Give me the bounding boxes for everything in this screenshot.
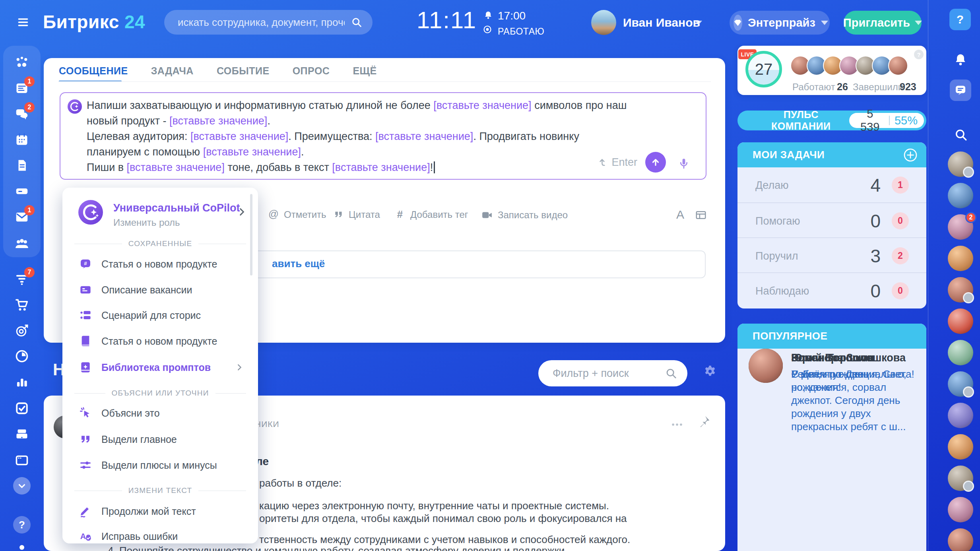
quote-button[interactable]: Цитата <box>334 209 380 220</box>
menu-item-highlight-main[interactable]: Выдели главное <box>62 431 258 448</box>
menu-item-stories-script[interactable]: Сценарий для сторис <box>62 307 258 324</box>
record-video-button[interactable]: Записать видео <box>481 209 568 221</box>
filter-search-icon[interactable] <box>665 367 677 379</box>
sidebar-item-feed[interactable]: 1 <box>13 80 31 97</box>
add-tag-button[interactable]: # Добавить тег <box>394 209 468 220</box>
contact-avatar[interactable] <box>948 371 973 397</box>
contact-avatar[interactable] <box>948 403 973 428</box>
sidebar-item-marketing[interactable] <box>13 322 31 340</box>
sliders-icon <box>78 458 93 472</box>
live-help-icon[interactable]: ? <box>914 50 924 59</box>
app-logo[interactable]: Битрикс 24 <box>43 11 145 33</box>
sidebar-item-documents[interactable] <box>13 157 31 174</box>
contact-avatar[interactable] <box>948 340 973 365</box>
contact-avatar[interactable]: 2 <box>948 214 973 240</box>
post-author[interactable]: Элеонора Золошкова <box>791 352 906 364</box>
contact-avatar[interactable] <box>948 308 973 334</box>
copilot-role-chevron-right-icon[interactable] <box>237 207 247 217</box>
add-task-button[interactable] <box>903 148 918 162</box>
composer-tab[interactable]: СООБЩЕНИЕ <box>59 65 128 77</box>
add-tag-label: Добавить тег <box>410 209 468 220</box>
composer-tab[interactable]: ЗАДАЧА <box>151 65 194 77</box>
task-row[interactable]: Делаю 4 1 <box>737 167 926 202</box>
company-pulse-bar[interactable]: ПУЛЬС КОМПАНИИ 5 539 55% <box>737 111 926 130</box>
enter-hint: Enter <box>597 156 637 169</box>
mention-button[interactable]: @ Отметить <box>268 209 326 220</box>
post-more-icon[interactable] <box>670 418 684 431</box>
post-link-text[interactable]: У меня тут День рождения! <box>791 368 915 394</box>
composer-tabs: СООБЩЕНИЕ ЗАДАЧА СОБЫТИЕ ОПРОС ЕЩЁ <box>59 62 377 80</box>
post-pin-icon[interactable] <box>697 415 711 428</box>
plan-badge[interactable]: Энтерпрайз <box>730 11 830 35</box>
sidebar-item-time[interactable] <box>13 347 31 365</box>
messenger-panel-button[interactable] <box>950 80 971 101</box>
task-row[interactable]: Поручил 3 2 <box>737 237 926 272</box>
text-format-button[interactable]: A <box>674 209 686 221</box>
prompt-text[interactable]: Напиши захватывающую и информативную ста… <box>87 98 643 175</box>
sidebar-collapse-chevron-down-icon[interactable] <box>13 477 31 495</box>
user-avatar[interactable] <box>591 10 616 35</box>
help-button[interactable]: ? <box>949 9 971 30</box>
contact-avatar[interactable] <box>948 183 973 208</box>
feed-settings-gear-icon[interactable] <box>703 364 717 378</box>
sidebar-item-profile[interactable] <box>13 541 31 551</box>
microphone-button[interactable] <box>678 157 690 169</box>
live-counter[interactable]: 27 <box>745 51 782 87</box>
sidebar-item-mail[interactable]: 1 <box>13 208 31 226</box>
work-status-label[interactable]: РАБОТАЮ <box>498 26 544 37</box>
main-menu-hamburger-icon[interactable] <box>15 16 31 29</box>
sidebar-item-drive[interactable] <box>13 182 31 200</box>
sidebar-item-automation[interactable] <box>13 426 31 443</box>
invite-button[interactable]: Пригласить <box>844 11 922 35</box>
task-count: 4 <box>849 175 881 196</box>
composer-tab[interactable]: СОБЫТИЕ <box>217 65 270 77</box>
menu-item-explain[interactable]: Объясни это <box>62 405 258 421</box>
feed-filter-input[interactable] <box>553 360 664 386</box>
menu-item-saved-article-1[interactable]: # Статья о новом продукте <box>62 256 258 272</box>
sidebar-item-copilot[interactable] <box>13 54 31 71</box>
notifications-bell-icon[interactable] <box>953 52 968 67</box>
layout-button[interactable] <box>695 209 707 221</box>
contact-avatar[interactable] <box>948 497 973 522</box>
search-icon[interactable] <box>351 17 362 28</box>
sidebar-help-button[interactable]: ? <box>13 516 31 534</box>
menu-item-fix-errors[interactable]: Ао Исправь ошибки <box>62 528 258 545</box>
contact-avatar[interactable] <box>948 151 973 177</box>
task-row[interactable]: Наблюдаю 0 0 <box>737 272 926 307</box>
copilot-change-role[interactable]: Изменить роль <box>113 217 180 228</box>
people-search-icon[interactable] <box>954 128 968 142</box>
contact-avatar[interactable] <box>948 246 973 271</box>
contact-avatar[interactable] <box>948 277 973 303</box>
task-row[interactable]: Помогаю 0 0 <box>737 202 926 237</box>
menu-item-continue-text[interactable]: Продолжи мой текст <box>62 503 258 520</box>
live-avatar[interactable] <box>888 56 908 76</box>
user-menu-chevron-down-icon[interactable] <box>695 21 702 25</box>
sidebar-item-employees[interactable] <box>13 235 31 252</box>
post-avatar[interactable] <box>749 349 783 383</box>
work-clock[interactable]: 11:11 <box>417 6 476 34</box>
contact-avatar[interactable] <box>948 528 973 551</box>
sidebar-item-sites[interactable] <box>13 452 31 469</box>
copilot-prompt-box[interactable]: Напиши захватывающую и информативную ста… <box>60 92 706 180</box>
user-name[interactable]: Иван Иванов <box>623 16 700 29</box>
sidebar-item-crm[interactable]: 7 <box>13 270 31 288</box>
menu-item-pros-cons[interactable]: Выдели плюсы и минусы <box>62 457 258 473</box>
composer-tab[interactable]: ОПРОС <box>293 65 330 77</box>
sidebar-item-messenger[interactable]: 2 <box>13 105 31 123</box>
menu-item-vacancy[interactable]: Описание вакансии <box>62 281 258 298</box>
menu-item-prompt-library[interactable]: Библиотека промптов <box>62 359 258 376</box>
global-search-input[interactable] <box>178 10 345 35</box>
sidebar-item-tasks[interactable] <box>13 400 31 417</box>
menu-item-saved-article-2[interactable]: Статья о новом продукте <box>62 333 258 349</box>
record-video-label: Записать видео <box>498 210 568 221</box>
send-button[interactable] <box>645 152 666 173</box>
contact-avatar[interactable] <box>948 466 973 491</box>
sidebar-item-bi-analytics[interactable] <box>13 373 31 391</box>
sidebar-item-shop[interactable] <box>13 296 31 314</box>
my-tasks-widget: МОИ ЗАДАЧИ Делаю 4 1 Помогаю 0 0 <box>737 142 926 308</box>
copilot-role-title[interactable]: Универсальный CoPilot <box>113 202 240 214</box>
composer-tab[interactable]: ЕЩЁ <box>353 65 376 77</box>
contact-avatar[interactable] <box>948 434 973 460</box>
sidebar-item-calendar[interactable] <box>13 131 31 148</box>
post-tag-fragment: НИКИ <box>255 419 279 429</box>
